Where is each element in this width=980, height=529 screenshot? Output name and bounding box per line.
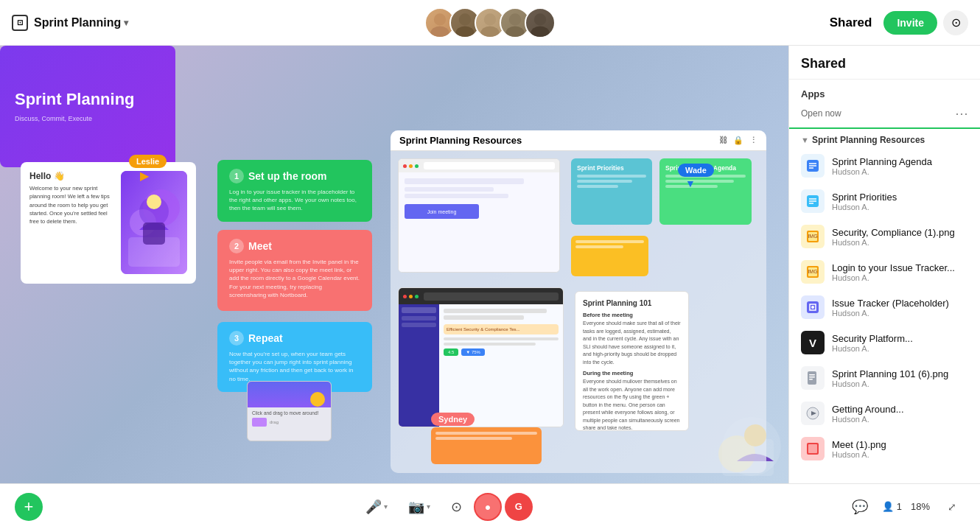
settings-button[interactable]: ⊙ [943,10,968,35]
sidebar-item-info-4: Issue Tracker (Placeholder) Hudson A. [832,298,968,318]
main-content: Leslie ▶ Hello 👋 Welcome to your new spr… [0,46,980,483]
sidebar-item-icon-4 [801,295,825,319]
meet-card: 2 Meet Invite people via email from the … [217,230,372,311]
setup-num: 1 [229,169,244,183]
record-button[interactable]: ● [474,493,502,521]
sidebar-item-5[interactable]: V Security Platform... Hudson A. [789,325,980,360]
hello-card: Hello 👋 Welcome to your new sprint plann… [21,162,196,284]
meet-body: Invite people via email from the Invite … [229,258,360,299]
sidebar-item-3[interactable]: IMG Login to your Issue Tracker... Hudso… [789,254,980,290]
resource-group-header: ▼ Sprint Planning Resources [789,129,980,148]
mic-chevron: ▾ [384,502,388,511]
svg-point-4 [484,13,496,25]
sidebar-header: Shared [789,46,980,80]
svg-point-15 [147,195,161,209]
svg-point-7 [505,26,524,38]
sidebar-item-info-3: Login to your Issue Tracker... Hudson A. [832,262,968,282]
sidebar-item-sub-1: Hudson A. [832,203,968,211]
people-icon: 👤 [882,501,894,512]
svg-rect-39 [809,376,815,378]
bottom-right: 💬 👤 1 18% ⤢ [847,494,965,520]
sidebar-item-name-8: Meet (1).png [832,439,968,450]
sidebar-open-now: Open now ⋯ [789,102,980,129]
sidebar-title: Shared [801,56,846,71]
cam-button[interactable]: 📷 ▾ [399,493,439,521]
doc-text-1: Everyone should make sure that all of th… [583,320,681,366]
bottom-bar: + 🎤 ▾ 📷 ▾ ⊙ ● G 💬 👤 1 18% ⤢ [0,483,980,529]
sidebar-item-0[interactable]: Sprint Planning Agenda Hudson A. [789,148,980,183]
sidebar-item-icon-6 [801,366,825,390]
frame-icon-1[interactable]: ⛓ [719,136,727,145]
leslie-cursor-label: Leslie [129,155,167,168]
participants-count: 👤 1 [882,501,902,512]
sidebar-item-info-5: Security Platform... Hudson A. [832,333,968,353]
mic-icon: 🎤 [365,499,382,515]
center-frame: Sprint Planning Resources ⛓ 🔒 ⋮ [391,130,766,473]
resource-group-title: Sprint Planning Resources [812,135,925,145]
mic-button[interactable]: 🎤 ▾ [357,493,396,521]
repeat-title: Repeat [248,332,283,344]
sidebar-item-4[interactable]: Issue Tracker (Placeholder) Hudson A. [789,290,980,325]
sidebar-more-icon[interactable]: ⋯ [955,105,968,122]
sidebar-item-name-5: Security Platform... [832,333,968,344]
record-icon: ● [485,501,491,513]
sidebar-item-1[interactable]: Sprint Priorities Hudson A. [789,183,980,219]
frame-icon-2[interactable]: 🔒 [733,136,743,145]
wade-cursor-label: Wade [678,164,714,177]
sidebar-item-info-8: Meet (1).png Hudson A. [832,439,968,459]
sidebar-item-sub-7: Hudson A. [832,415,968,424]
svg-point-5 [480,26,499,38]
sidebar-item-icon-2: IMG [801,225,825,248]
sidebar-item-sub-5: Hudson A. [832,344,968,353]
sidebar-item-name-6: Sprint Planning 101 (6).png [832,368,968,379]
sidebar-item-icon-3: IMG [801,260,825,284]
sidebar-item-8[interactable]: Meet (1).png Hudson A. [789,431,980,466]
open-now-label: Open now [801,108,841,119]
user-button[interactable]: G [505,493,533,521]
shared-title: Shared [830,15,872,30]
sidebar-item-6[interactable]: Sprint Planning 101 (6).png Hudson A. [789,360,980,396]
sidebar-item-icon-1 [801,189,825,213]
mini-browser-2: Efficient Security & Compliance Tes... 4… [398,287,564,427]
svg-rect-40 [809,379,813,380]
svg-rect-44 [808,444,817,453]
repeat-num: 3 [229,331,244,346]
present-button[interactable]: ⊙ [442,493,471,521]
sidebar-item-sub-8: Hudson A. [832,450,968,459]
add-button[interactable]: + [15,493,43,521]
yellow-sticky [571,236,648,276]
sidebar-item-info-6: Sprint Planning 101 (6).png Hudson A. [832,368,968,388]
bottom-left: + [15,493,43,521]
expand-button[interactable]: ⤢ [939,494,965,520]
svg-rect-37 [808,371,816,385]
svg-point-1 [430,26,449,38]
avatar-stack [424,7,556,38]
sidebar: Shared Apps Open now ⋯ ▼ Sprint Planning… [788,46,980,483]
avatar-5[interactable] [525,7,556,38]
cam-icon: 📷 [408,499,424,515]
doc-title: Sprint Planning 101 [583,299,681,307]
app-logo: ⊡ [12,15,28,31]
center-frame-header: Sprint Planning Resources ⛓ 🔒 ⋮ [391,130,766,151]
sidebar-item-name-0: Sprint Planning Agenda [832,156,968,167]
title-dropdown-icon[interactable]: ▾ [124,18,128,28]
sidebar-item-sub-2: Hudson A. [832,238,968,247]
canvas-area[interactable]: Leslie ▶ Hello 👋 Welcome to your new spr… [0,46,788,483]
sidebar-item-name-4: Issue Tracker (Placeholder) [832,298,968,309]
sidebar-item-2[interactable]: IMG Security, Compliance (1).png Hudson … [789,219,980,254]
invite-button[interactable]: Invite [883,11,937,35]
sidebar-item-sub-0: Hudson A. [832,167,968,176]
frame-icon-3[interactable]: ⋮ [749,136,757,145]
sidebar-item-name-7: Getting Around... [832,404,968,415]
sidebar-item-name-3: Login to your Issue Tracker... [832,262,968,273]
meet-title: Meet [248,240,272,252]
page-title[interactable]: Sprint Planning ▾ [34,16,128,29]
sidebar-apps-label: Apps [789,80,980,102]
svg-text:IMG: IMG [808,234,817,239]
sidebar-item-7[interactable]: Getting Around... Hudson A. [789,396,980,431]
top-bar-right: Shared Invite ⊙ [830,10,968,35]
wade-cursor-arrow: ▼ [685,178,696,189]
hello-title: Hello 👋 [29,171,65,181]
chat-button[interactable]: 💬 [847,494,873,520]
sydney-label: Sydney [431,413,475,426]
